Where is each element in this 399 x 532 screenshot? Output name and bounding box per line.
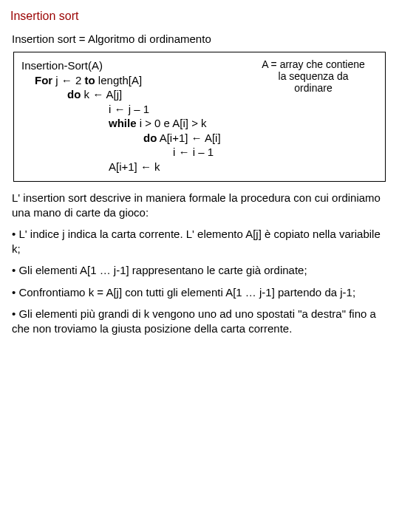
bullet-1: • L' indice j indica la carta corrente. …: [12, 227, 387, 256]
algo-l2b: j ← 2: [52, 74, 84, 86]
note-line-1: A = array che contiene: [250, 58, 376, 70]
algo-l5b: i > 0 e A[i] > k: [137, 117, 207, 129]
algo-line-8: A[i+1] ← k: [21, 160, 378, 174]
note-line-3: ordinare: [250, 82, 376, 94]
kw-to: to: [85, 74, 95, 86]
array-note: A = array che contiene la sequenza da or…: [250, 58, 376, 94]
paragraph-intro: L' insertion sort descrive in maniera fo…: [12, 191, 387, 219]
algorithm-box: A = array che contiene la sequenza da or…: [13, 52, 386, 182]
algo-line-5: while i > 0 e A[i] > k: [21, 116, 378, 131]
algo-line-4: i ← j – 1: [21, 102, 378, 117]
algo-l2d: length[A]: [95, 74, 142, 86]
page-title: Insertion sort: [10, 9, 389, 24]
kw-for: For: [35, 74, 52, 86]
algo-l3b: k ← A[j]: [81, 88, 122, 100]
note-line-2: la sequenza da: [250, 70, 376, 82]
algo-line-6: do A[i+1] ← A[i]: [21, 131, 378, 146]
algo-line-7: i ← i – 1: [21, 145, 378, 160]
algo-l6b: A[i+1] ← A[i]: [157, 132, 220, 144]
kw-do-2: do: [143, 132, 157, 144]
bullet-4: • Gli elementi più grandi di k vengono u…: [12, 307, 387, 335]
kw-while: while: [109, 117, 137, 129]
bullet-2: • Gli elementi A[1 … j-1] rappresentano …: [12, 263, 387, 278]
bullet-3: • Confrontiamo k = A[j] con tutti gli el…: [12, 285, 387, 300]
kw-do-1: do: [67, 88, 81, 100]
subtitle: Insertion sort = Algoritmo di ordinament…: [12, 32, 389, 47]
